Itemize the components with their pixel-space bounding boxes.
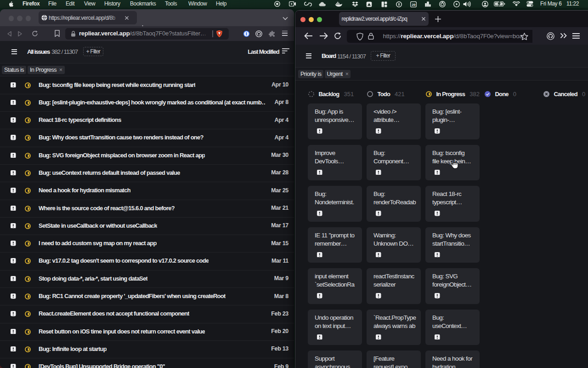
svg-text:29: 29 xyxy=(412,2,416,6)
